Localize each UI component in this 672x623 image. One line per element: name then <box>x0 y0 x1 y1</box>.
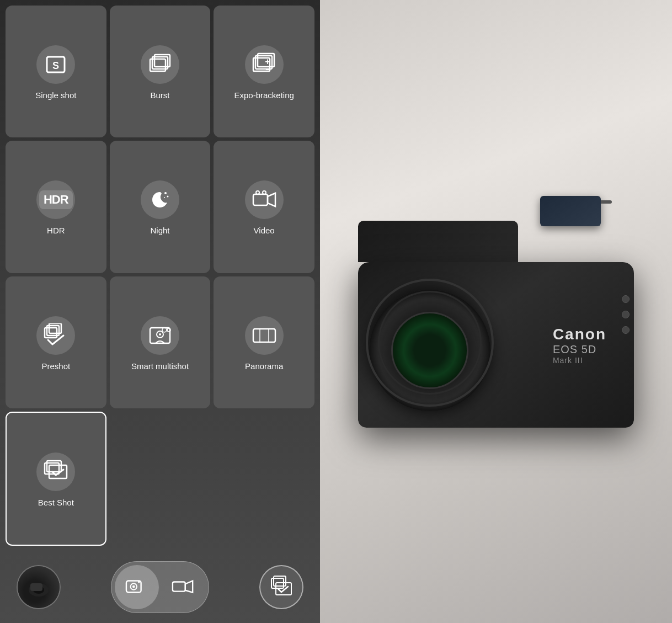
camera-main-body: Canon EOS 5D Mark III <box>358 262 634 428</box>
mode-panorama[interactable]: Panorama <box>214 276 314 408</box>
mode-hdr-label: HDR <box>47 226 65 235</box>
camera-toggle-btn[interactable] <box>115 565 159 609</box>
mode-smart-multishot-label: Smart multishot <box>131 361 189 371</box>
svg-marker-39 <box>185 581 193 593</box>
right-panel: Canon EOS 5D Mark III <box>320 0 672 623</box>
mode-preshot-label: Preshot <box>41 361 70 371</box>
panorama-icon <box>245 316 284 355</box>
svg-point-16 <box>263 191 266 194</box>
mode-expo-bracketing[interactable]: + − Expo-bracketing <box>214 6 314 137</box>
empty-cell-2 <box>214 412 314 546</box>
mode-preshot[interactable]: Preshot <box>6 276 106 408</box>
mode-burst-label: Burst <box>150 90 169 100</box>
thumbnail-circle[interactable] <box>17 565 61 609</box>
empty-cell-1 <box>110 412 211 546</box>
smart-multishot-icon <box>141 316 179 355</box>
camera-lens <box>369 290 490 411</box>
camera-brand-text: Canon EOS 5D Mark III <box>553 325 606 364</box>
mode-single-shot[interactable]: S Single shot <box>6 6 106 137</box>
mode-single-shot-label: Single shot <box>35 90 76 100</box>
camera-shape: Canon EOS 5D Mark III <box>358 196 634 428</box>
svg-marker-14 <box>268 193 275 206</box>
single-shot-icon: S <box>36 45 75 84</box>
svg-point-12 <box>164 197 165 198</box>
mode-night[interactable]: Night <box>110 141 211 273</box>
burst-icon <box>141 45 179 84</box>
svg-point-37 <box>138 581 140 583</box>
camera-brand: Canon <box>553 325 606 343</box>
svg-rect-25 <box>253 329 275 342</box>
mode-video-label: Video <box>254 226 275 235</box>
svg-rect-13 <box>253 194 268 205</box>
camera-lens-inner <box>391 312 468 389</box>
svg-rect-38 <box>173 582 185 591</box>
video-icon <box>245 180 284 219</box>
camera-video-toggle <box>111 561 209 613</box>
mode-hdr[interactable]: HDR HDR <box>6 141 106 273</box>
svg-point-36 <box>132 585 135 588</box>
svg-text:S: S <box>52 60 59 71</box>
bottom-bar <box>0 551 320 623</box>
mode-panorama-label: Panorama <box>245 361 283 371</box>
left-panel: S Single shot Burst + <box>0 0 320 623</box>
mode-video[interactable]: Video <box>214 141 314 273</box>
mode-night-label: Night <box>150 226 169 235</box>
camera-accessory <box>540 196 601 226</box>
mode-best-shot[interactable]: Best Shot <box>6 412 106 546</box>
night-icon <box>141 180 179 219</box>
svg-rect-33 <box>30 583 42 591</box>
modes-grid: S Single shot Burst + <box>0 0 320 551</box>
settings-button[interactable] <box>259 565 303 609</box>
svg-point-22 <box>159 333 161 336</box>
svg-point-15 <box>256 191 259 194</box>
camera-submodel: Mark III <box>553 355 606 364</box>
svg-point-11 <box>167 196 168 198</box>
mode-expo-bracketing-label: Expo-bracketing <box>234 90 294 100</box>
mode-burst[interactable]: Burst <box>110 6 211 137</box>
best-shot-icon <box>36 452 75 491</box>
mode-best-shot-label: Best Shot <box>38 498 74 507</box>
camera-model: EOS 5D <box>553 343 606 355</box>
mode-smart-multishot[interactable]: Smart multishot <box>110 276 211 408</box>
video-toggle-btn[interactable] <box>161 565 205 609</box>
thumbnail-image <box>18 566 60 608</box>
svg-text:−: − <box>265 65 270 74</box>
hdr-icon: HDR <box>36 180 75 219</box>
svg-point-10 <box>164 192 167 194</box>
camera-photo: Canon EOS 5D Mark III <box>320 0 672 623</box>
expo-bracketing-icon: + − <box>245 45 284 84</box>
preshot-icon <box>36 316 75 355</box>
